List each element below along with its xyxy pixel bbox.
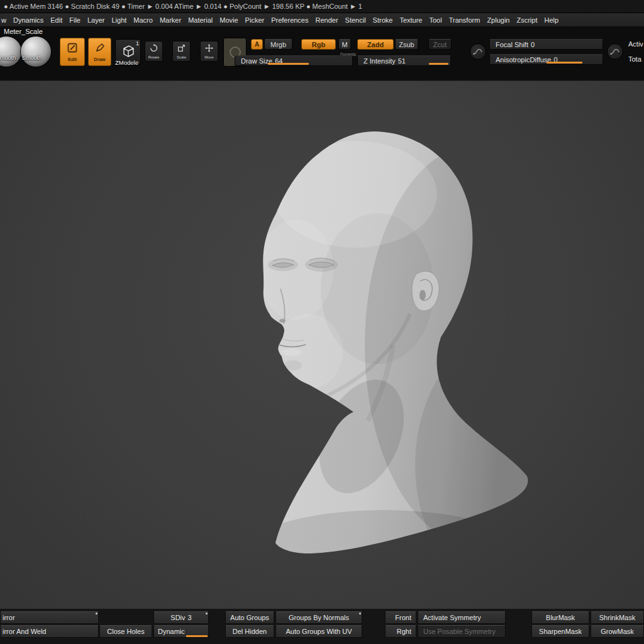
menu-item-stencil[interactable]: Stencil [341,16,369,24]
mrgb-button[interactable]: Mrgb [264,39,292,50]
blur-mask-button[interactable]: BlurMask [531,611,589,624]
sdiv-label: SDiv [170,612,185,623]
meter-scale-button[interactable]: Meter_Scale [4,28,43,35]
activate-symmetry-button[interactable]: Activate Symmetry [418,611,506,624]
cube-icon [120,43,136,62]
top-shelf: Meter_Scale mooth Smooth Edit Draw 1 ZMo… [0,27,644,80]
menu-item-help[interactable]: Help [541,16,562,24]
menu-item-marker[interactable]: Marker [156,16,184,24]
menu-item-light[interactable]: Light [108,16,130,24]
menu-bar: w Dynamics Edit File Layer Light Macro M… [0,13,644,27]
z-intensity-slider[interactable]: Z Intensity 51 [357,55,451,66]
airbrush-a-button[interactable]: A [251,39,263,50]
active-points-label-truncated: Activ [628,40,644,48]
anisotropic-diffuse-slider[interactable]: AnisotropicDiffuse 0 [489,54,603,65]
menu-item-transform[interactable]: Transform [445,16,484,24]
auto-groups-button[interactable]: Auto Groups [225,611,274,624]
groups-by-normals-button[interactable]: Groups By Normals [275,611,362,624]
curve-glyph-icon [472,46,484,57]
del-hidden-button[interactable]: Del Hidden [225,625,274,638]
menu-item-texture[interactable]: Texture [396,16,426,24]
z-intensity-value: 51 [398,57,406,65]
mirror-and-weld-button[interactable]: irror And Weld [0,625,99,638]
focal-shift-value: 0 [531,41,535,48]
menu-item-preferences[interactable]: Preferences [268,16,312,24]
rgb-button[interactable]: Rgb [301,39,336,50]
more-info-dot [359,613,361,614]
move-mode-button[interactable]: Move [200,41,218,62]
curve-glyph-icon [609,46,621,57]
focal-shift-label: Focal Shift [496,41,528,48]
stroke-curve-icon[interactable] [470,43,486,60]
menu-item-tool[interactable]: Tool [426,16,445,24]
brush-label: mooth [0,55,16,61]
front-button[interactable]: Front [385,611,416,624]
scale-icon [177,43,186,55]
scale-mode-button[interactable]: Scale [172,41,191,62]
menu-item-file[interactable]: File [66,16,84,24]
stroke-curve-icon[interactable] [607,43,623,60]
grow-mask-button[interactable]: GrowMask [591,625,644,638]
sharpen-mask-button[interactable]: SharpenMask [531,625,589,638]
draw-mode-button[interactable]: Draw [88,38,111,66]
lower-lip-highlight [282,348,302,356]
z-intensity-label: Z Intensity [364,57,396,65]
anisotropic-diffuse-label: AnisotropicDiffuse [496,56,551,64]
ear-hole [419,290,426,300]
chin-shadow [284,360,302,370]
status-text: ● Active Mem 3146 ● Scratch Disk 49 ● Ti… [4,3,362,10]
a-button-label: A [255,41,259,48]
zbrush-window: ● Active Mem 3146 ● Scratch Disk 49 ● Ti… [0,0,644,644]
edit-mode-button[interactable]: Edit [60,38,85,66]
close-holes-button[interactable]: Close Holes [99,625,152,638]
dynamic-subdiv-button[interactable]: Dynamic [153,625,209,638]
menu-item-macro[interactable]: Macro [130,16,157,24]
zadd-button[interactable]: Zadd [357,39,394,50]
more-info-dot [96,613,97,614]
move-button-label: Move [204,55,214,59]
rgb-label: Rgb [312,41,325,48]
slider-fill [429,63,448,65]
zcut-label: Zcut [433,41,447,48]
m-button[interactable]: M [338,39,351,50]
draw-size-slider[interactable]: Draw Size 64 [235,55,353,66]
rotate-mode-button[interactable]: Rotate [145,41,163,62]
zsub-button[interactable]: Zsub [395,39,418,50]
menu-item-picker[interactable]: Picker [242,16,268,24]
mrgb-label: Mrgb [270,41,286,48]
mirror-button[interactable]: irror [0,611,99,624]
menu-item-layer[interactable]: Layer [84,16,108,24]
focal-shift-slider[interactable]: Focal Shift 0 [489,39,603,50]
total-points-label-truncated: Tota [628,55,644,63]
rotate-button-label: Rotate [148,55,160,59]
scale-button-label: Scale [177,55,186,59]
menu-item-zplugin[interactable]: Zplugin [484,16,513,24]
sculpt-canvas[interactable] [0,80,644,609]
bottom-shelf: irror SDiv3 Auto Groups Groups By Normal… [0,609,644,644]
zsub-label: Zsub [399,41,414,48]
brush-thumbnail-smooth-2[interactable] [21,36,51,67]
menu-item-render[interactable]: Render [312,16,341,24]
dynamic-slider-fill [186,635,208,637]
menu-item-draw-partial[interactable]: w [0,16,9,24]
zadd-label: Zadd [367,41,384,48]
draw-button-label: Draw [94,57,105,62]
use-posable-symmetry-button: Use Posable Symmetry [418,625,506,638]
menu-item-material[interactable]: Material [185,16,216,24]
draw-icon [94,42,106,56]
rght-button[interactable]: Rght [385,625,416,638]
auto-groups-with-uv-button[interactable]: Auto Groups With UV [275,625,362,638]
menu-item-dynamics[interactable]: Dynamics [9,16,47,24]
menu-item-stroke[interactable]: Stroke [369,16,396,24]
menu-item-zscript[interactable]: Zscript [513,16,541,24]
zcut-button: Zcut [428,39,452,50]
menu-item-movie[interactable]: Movie [216,16,242,24]
head-shading [233,141,604,609]
sdiv-value: 3 [188,612,192,623]
dynamic-label: Dynamic [158,628,185,635]
menu-item-edit[interactable]: Edit [47,16,66,24]
sdiv-slider[interactable]: SDiv3 [153,611,209,624]
brush-thumbnail-smooth-1[interactable] [0,36,21,67]
more-info-dot [206,613,208,614]
shrink-mask-button[interactable]: ShrinkMask [591,611,644,624]
